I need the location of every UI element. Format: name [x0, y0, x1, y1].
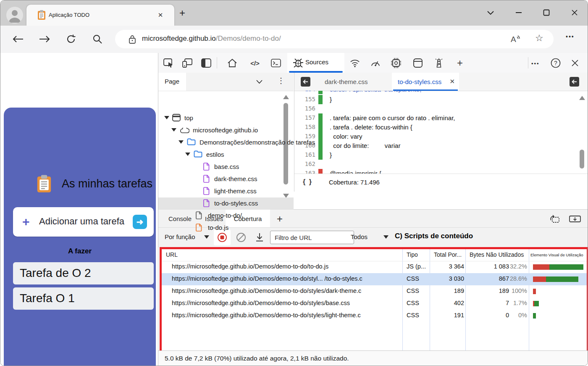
more-panels-plus-icon[interactable]: +	[455, 58, 465, 68]
editor-scrollbar-thumb[interactable]	[580, 150, 584, 169]
person-icon	[6, 7, 23, 24]
network-wifi-icon[interactable]	[350, 58, 360, 68]
code-line: 163@media imprimir {	[294, 169, 588, 174]
close-window-button[interactable]	[568, 6, 581, 19]
col-visual[interactable]: Elemento Visual de Utilização	[530, 253, 583, 257]
format-braces-icon[interactable]: { }	[303, 178, 312, 186]
tree-item-file-selected[interactable]: to-do-styles.css	[158, 197, 294, 210]
welcome-home-icon[interactable]	[227, 58, 237, 68]
code-line: 155}	[294, 95, 588, 104]
url-field[interactable]: microsoftedge.github.io/Demos/demo-to-do…	[115, 30, 554, 48]
editor-tab-to-do-styles[interactable]: to-do-styles.css ✕	[392, 73, 459, 91]
profile-avatar[interactable]	[6, 7, 23, 24]
minimize-button[interactable]	[512, 6, 525, 19]
address-bar: microsoftedge.github.io/Demos/demo-to-do…	[0, 26, 588, 53]
task-item[interactable]: Tarefa O 1	[13, 287, 154, 310]
coverage-type-select[interactable]: Todos	[351, 233, 368, 240]
favorites-star-icon[interactable]: ☆	[535, 33, 543, 44]
code-line: 157. tarefa: paire com o cursor do rato …	[294, 113, 588, 123]
devtools-menu-icon[interactable]: •••	[531, 61, 540, 67]
tab-sources[interactable]: Sources	[287, 53, 344, 73]
lighthouse-icon[interactable]	[434, 58, 444, 68]
col-type[interactable]: Tipo	[407, 251, 418, 258]
performance-gauge-icon[interactable]	[370, 58, 381, 68]
code-line: 154cursor : 1px sólida transparente;	[294, 91, 588, 94]
code-line: 162	[294, 160, 588, 169]
new-tab-button[interactable]: +	[177, 8, 188, 19]
navigator-chevron-down-icon[interactable]	[256, 80, 262, 84]
tab-actions-chevron-icon[interactable]	[484, 6, 497, 19]
screenshot: Aplicação TODO ✕ +	[0, 0, 588, 366]
usage-visual-bar	[533, 289, 536, 294]
table-row[interactable]: https://microsoftedge.github.io/Demos/de…	[162, 285, 587, 298]
tab-close-icon[interactable]: ✕	[156, 11, 165, 20]
table-header: URL Tipo Total Por... Bytes Não Utilizad…	[162, 249, 587, 261]
back-icon[interactable]	[10, 32, 26, 47]
application-panel-icon[interactable]	[413, 58, 423, 68]
inspect-icon[interactable]	[163, 58, 173, 68]
usage-visual-bar	[533, 301, 539, 306]
tree-item-file[interactable]: demo-to-do/	[158, 210, 294, 222]
coverage-status-text: Cobertura: 71.496	[329, 179, 380, 186]
cloud-icon	[180, 128, 189, 133]
layout-panel-icon[interactable]	[201, 58, 211, 68]
tree-item-file[interactable]: to-do.js	[158, 222, 294, 234]
search-icon[interactable]	[90, 32, 105, 47]
col-total[interactable]: Total Por...	[434, 251, 462, 258]
code-line: 156	[294, 104, 588, 113]
editor-scroll-up-icon[interactable]	[579, 96, 585, 100]
memory-chip-icon[interactable]	[391, 58, 401, 68]
device-emulation-icon[interactable]	[182, 58, 192, 68]
coverage-summary-text: 5.0 kB de 7,2 kB (70%) utilizado até ago…	[165, 355, 349, 362]
tab-strip: Aplicação TODO ✕ +	[0, 0, 588, 26]
table-row[interactable]: https://microsoftedge.github.io/Demos/de…	[162, 261, 587, 273]
add-task-button[interactable]: + Adicionar uma tarefa ➜	[13, 207, 154, 237]
navigator-header: Page ⋮	[158, 73, 294, 91]
forward-icon[interactable]	[37, 32, 52, 47]
maximize-button[interactable]	[540, 6, 553, 19]
table-row[interactable]: https://microsoftedge.github.io/Demos/de…	[162, 298, 587, 310]
navigator-tab-page[interactable]: Page	[158, 73, 186, 91]
code-editor[interactable]: 154cursor : 1px sólida transparente; 155…	[294, 91, 588, 174]
console-panel-icon[interactable]	[271, 58, 281, 68]
close-devtools-icon[interactable]	[570, 58, 580, 68]
browser-menu-icon[interactable]: •••	[566, 33, 575, 40]
col-unused[interactable]: Bytes Não Utilizados	[470, 251, 524, 258]
tree-scroll-up-icon[interactable]	[283, 95, 289, 99]
tree-item-file[interactable]: light-theme.css	[158, 185, 294, 197]
browser-tab[interactable]: Aplicação TODO ✕	[26, 5, 174, 26]
navigator-kebab-menu-icon[interactable]: ⋮	[277, 76, 285, 85]
code-line: 158. tarefa . delete: focus-within {	[294, 123, 588, 132]
table-row-selected[interactable]: https://microsoftedge.github.io/Demos/de…	[162, 273, 587, 285]
task-item[interactable]: Tarefa de O 2	[13, 262, 154, 284]
chevron-down-icon	[204, 235, 209, 239]
tree-item-folder[interactable]: Demonstrações/demonstração de tarefas	[158, 137, 294, 149]
tree-item-file[interactable]: base.css	[158, 161, 294, 173]
css-file-icon	[203, 187, 210, 195]
usage-visual-bar	[533, 264, 583, 270]
devtools-toolbar: </> Sources	[158, 53, 588, 73]
tab-close-icon[interactable]: ✕	[449, 78, 455, 85]
tree-item-top[interactable]: top	[158, 112, 294, 124]
content-scripts-label[interactable]: C) Scripts de conteúdo	[395, 232, 473, 240]
tree-item-folder[interactable]: estilos	[158, 149, 294, 161]
dock-side-icon[interactable]	[549, 214, 560, 224]
coverage-scope-select[interactable]: Por função	[165, 233, 195, 240]
submit-arrow-button[interactable]: ➜	[133, 215, 147, 229]
editor-tab-dark-theme[interactable]: dark-theme.css	[315, 73, 377, 91]
table-row[interactable]: https://microsoftedge.github.io/Demos/de…	[162, 310, 587, 322]
tree-item-domain[interactable]: microsoftedge.github.io	[158, 124, 294, 137]
refresh-icon[interactable]	[63, 32, 79, 47]
show-navigator-icon[interactable]	[300, 76, 311, 87]
tree-item-file[interactable]: dark-theme.css	[158, 173, 294, 185]
help-icon[interactable]: ?	[551, 58, 561, 68]
bug-icon	[293, 58, 304, 68]
show-sidebar-icon[interactable]	[569, 76, 580, 87]
js-file-icon	[195, 224, 202, 232]
lock-icon	[129, 35, 136, 44]
col-url[interactable]: URL	[166, 251, 178, 258]
collapse-drawer-icon[interactable]	[569, 214, 581, 224]
browser-window: Aplicação TODO ✕ +	[0, 0, 588, 366]
read-aloud-icon[interactable]: A	[510, 33, 522, 45]
elements-panel-icon[interactable]: </>	[250, 58, 260, 68]
